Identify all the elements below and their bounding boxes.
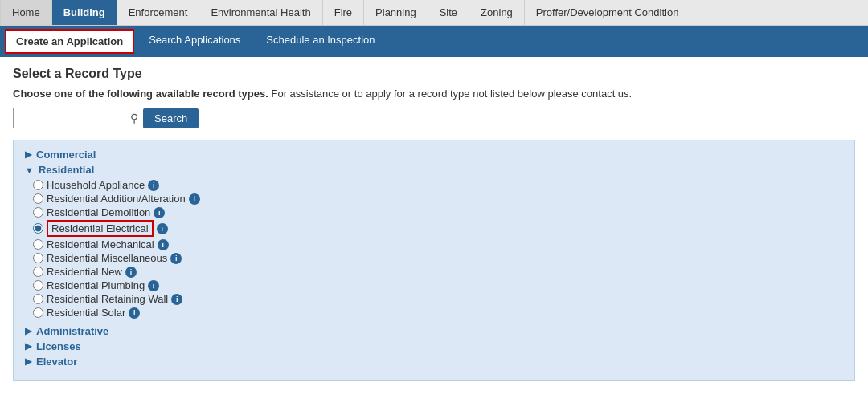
record-type-label[interactable]: Residential Demolition [47, 206, 150, 218]
page-title: Select a Record Type [13, 67, 855, 81]
info-icon[interactable]: i [189, 193, 200, 205]
record-type-radio[interactable] [33, 180, 43, 190]
record-type-radio[interactable] [33, 193, 43, 204]
category-arrow: ▶ [25, 149, 31, 160]
record-type-label[interactable]: Residential New [47, 266, 122, 278]
record-type-label[interactable]: Residential Retaining Wall [47, 293, 168, 305]
record-type-radio[interactable] [33, 267, 43, 277]
category-administrative: ▶Administrative [25, 325, 843, 337]
record-item: Residential Solari [33, 307, 843, 319]
sub-nav-item-create-an-application[interactable]: Create an Application [5, 29, 134, 54]
info-icon[interactable]: i [148, 280, 159, 291]
category-elevator: ▶Elevator [25, 356, 843, 368]
category-label: Administrative [36, 325, 108, 337]
record-type-area: ▶Commercial▼ResidentialHousehold Applian… [13, 140, 855, 381]
record-type-label[interactable]: Residential Plumbing [47, 279, 145, 291]
category-arrow: ▶ [25, 356, 31, 367]
info-icon[interactable]: i [129, 307, 140, 319]
top-nav: HomeBuildingEnforcementEnvironmental Hea… [0, 0, 868, 26]
record-type-radio[interactable] [33, 223, 43, 234]
sub-nav-item-search-applications[interactable]: Search Applications [136, 26, 253, 57]
record-type-label[interactable]: Residential Electrical [47, 220, 154, 237]
sub-nav-item-schedule-an-inspection[interactable]: Schedule an Inspection [253, 26, 387, 57]
category-arrow: ▼ [25, 165, 34, 175]
info-icon[interactable]: i [125, 267, 137, 278]
category-label: Residential [39, 164, 94, 176]
record-item: Residential Demolitioni [33, 206, 843, 218]
info-icon[interactable]: i [148, 180, 159, 191]
category-label: Commercial [36, 149, 96, 161]
page-content: Select a Record Type Choose one of the f… [0, 57, 868, 390]
record-type-radio[interactable] [33, 239, 43, 250]
record-items: Household ApplianceiResidential Addition… [25, 179, 843, 319]
info-icon[interactable]: i [170, 253, 182, 264]
search-button[interactable]: Search [143, 108, 199, 128]
record-item: Residential Miscellaneousi [33, 252, 843, 264]
category-arrow: ▶ [25, 326, 31, 336]
instruction-rest: For assistance or to apply for a record … [271, 88, 632, 100]
category-row-elevator[interactable]: ▶Elevator [25, 356, 843, 368]
record-type-radio[interactable] [33, 253, 43, 263]
record-type-label[interactable]: Residential Addition/Alteration [47, 193, 186, 205]
category-licenses: ▶Licenses [25, 340, 843, 352]
info-icon[interactable]: i [171, 294, 182, 305]
record-type-label[interactable]: Household Appliance [47, 179, 145, 191]
record-type-radio[interactable] [33, 294, 43, 304]
category-row-administrative[interactable]: ▶Administrative [25, 325, 843, 337]
category-label: Licenses [36, 340, 81, 352]
top-nav-item-planning[interactable]: Planning [364, 0, 428, 25]
record-item: Residential Mechanicali [33, 238, 843, 250]
search-input[interactable] [13, 108, 125, 128]
record-item: Residential Retaining Walli [33, 293, 843, 305]
top-nav-item-enforcement[interactable]: Enforcement [117, 0, 200, 25]
record-type-radio[interactable] [33, 280, 43, 291]
record-item: Residential Newi [33, 266, 843, 278]
category-label: Elevator [36, 356, 77, 368]
record-item: Household Appliancei [33, 179, 843, 191]
record-item: Residential Electricali [33, 220, 843, 237]
info-icon[interactable]: i [157, 223, 168, 234]
search-bar: ⚲ Search [13, 108, 855, 128]
top-nav-item-fire[interactable]: Fire [323, 0, 364, 25]
category-commercial: ▶Commercial [25, 149, 843, 161]
top-nav-item-building[interactable]: Building [52, 0, 117, 25]
sub-nav: Create an ApplicationSearch Applications… [0, 26, 868, 57]
top-nav-item-proffer/development-condition[interactable]: Proffer/Development Condition [525, 0, 691, 25]
category-row-commercial[interactable]: ▶Commercial [25, 149, 843, 161]
category-arrow: ▶ [25, 341, 31, 352]
info-icon[interactable]: i [158, 239, 169, 250]
info-icon[interactable]: i [154, 207, 165, 218]
record-type-radio[interactable] [33, 307, 43, 318]
category-row-licenses[interactable]: ▶Licenses [25, 340, 843, 352]
instruction-text: Choose one of the following available re… [13, 88, 855, 100]
record-type-label[interactable]: Residential Mechanical [47, 238, 154, 250]
record-item: Residential Plumbingi [33, 279, 843, 291]
category-row-residential[interactable]: ▼Residential [25, 164, 843, 176]
record-item: Residential Addition/Alterationi [33, 193, 843, 205]
top-nav-item-zoning[interactable]: Zoning [469, 0, 525, 25]
record-type-radio[interactable] [33, 207, 43, 218]
top-nav-item-site[interactable]: Site [428, 0, 469, 25]
record-type-label[interactable]: Residential Solar [47, 307, 125, 319]
category-residential: ▼ResidentialHousehold ApplianceiResident… [25, 164, 843, 319]
top-nav-item-home[interactable]: Home [0, 0, 52, 25]
record-type-label[interactable]: Residential Miscellaneous [47, 252, 167, 264]
top-nav-item-environmental-health[interactable]: Environmental Health [199, 0, 322, 25]
filter-icon[interactable]: ⚲ [130, 112, 138, 124]
instruction-bold: Choose one of the following available re… [13, 88, 268, 100]
